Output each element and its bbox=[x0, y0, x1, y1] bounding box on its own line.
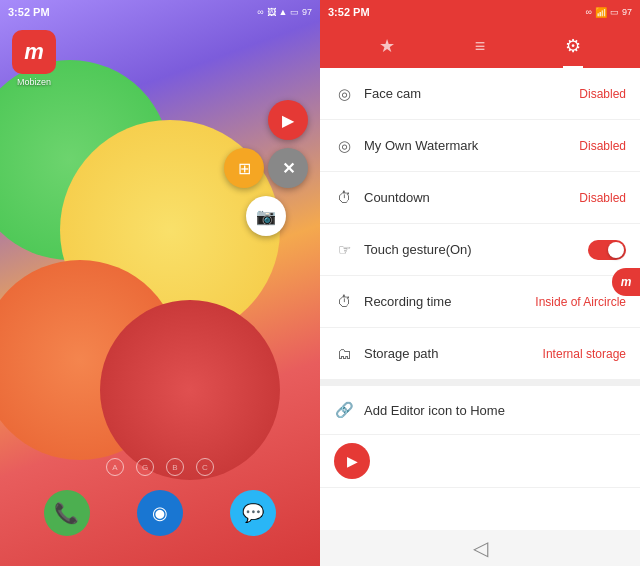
storage-path-value: Internal storage bbox=[543, 347, 626, 361]
recording-time-icon: ⏱ bbox=[334, 292, 354, 312]
wifi-icon-left: ▲ bbox=[279, 7, 288, 17]
add-editor-label: Add Editor icon to Home bbox=[364, 403, 505, 418]
face-cam-icon: ◎ bbox=[334, 84, 354, 104]
dock-phone-button[interactable]: 📞 bbox=[44, 490, 90, 536]
tab-settings[interactable]: ⚙ bbox=[555, 28, 591, 64]
record-icon: ▶ bbox=[282, 111, 294, 130]
settings-item-touch-gesture[interactable]: ☞ Touch gesture(On) bbox=[320, 224, 640, 276]
dock-chat-button[interactable]: 💬 bbox=[230, 490, 276, 536]
infinity-icon-right: ∞ bbox=[586, 7, 592, 17]
tab-favorites[interactable]: ★ bbox=[369, 28, 405, 64]
battery-icon-left: ▭ 97 bbox=[290, 7, 312, 17]
status-icons-right: ∞ 📶 ▭ 97 bbox=[586, 7, 632, 18]
touch-gesture-label: Touch gesture(On) bbox=[364, 242, 472, 257]
fab-record-button[interactable]: ▶ bbox=[268, 100, 308, 140]
countdown-icon: ⏱ bbox=[334, 188, 354, 208]
storage-path-label: Storage path bbox=[364, 346, 438, 361]
fab-camera-button[interactable]: 📷 bbox=[246, 196, 286, 236]
gear-icon: ⚙ bbox=[565, 35, 581, 57]
phone-icon: 📞 bbox=[54, 501, 79, 525]
battery-level: 97 bbox=[622, 7, 632, 17]
dot-b: B bbox=[166, 458, 184, 476]
settings-item-recording-time[interactable]: ⏱ Recording time Inside of Aircircle bbox=[320, 276, 640, 328]
status-time-right: 3:52 PM bbox=[328, 6, 370, 18]
watermark-label: My Own Watermark bbox=[364, 138, 478, 153]
countdown-value: Disabled bbox=[579, 191, 626, 205]
deco-circle-red bbox=[100, 300, 280, 480]
mobizen-badge: m bbox=[612, 268, 640, 296]
page-dots: A G B C bbox=[106, 458, 214, 476]
status-icons-left: ∞ 🖼 ▲ ▭ 97 bbox=[257, 7, 312, 17]
nav-icon: ◉ bbox=[152, 502, 168, 524]
settings-item-countdown[interactable]: ⏱ Countdown Disabled bbox=[320, 172, 640, 224]
partial-item-icon: ▶ bbox=[334, 443, 370, 479]
fab-close-button[interactable]: ✕ bbox=[268, 148, 308, 188]
windows-icon: ⊞ bbox=[238, 159, 251, 178]
settings-item-storage-path[interactable]: 🗂 Storage path Internal storage bbox=[320, 328, 640, 380]
settings-list: ◎ Face cam Disabled ◎ My Own Watermark D… bbox=[320, 68, 640, 530]
touch-gesture-toggle[interactable] bbox=[588, 240, 626, 260]
dot-c: C bbox=[196, 458, 214, 476]
recording-time-value: Inside of Aircircle bbox=[535, 295, 626, 309]
image-icon: 🖼 bbox=[267, 7, 276, 17]
watermark-icon: ◎ bbox=[334, 136, 354, 156]
watermark-value: Disabled bbox=[579, 139, 626, 153]
settings-item-face-cam[interactable]: ◎ Face cam Disabled bbox=[320, 68, 640, 120]
back-button[interactable]: ◁ bbox=[473, 536, 488, 560]
chat-icon: 💬 bbox=[242, 502, 264, 524]
touch-gesture-icon: ☞ bbox=[334, 240, 354, 260]
infinity-icon: ∞ bbox=[257, 7, 263, 17]
battery-icon-right: ▭ bbox=[610, 7, 619, 17]
star-icon: ★ bbox=[379, 35, 395, 57]
add-editor-icon: 🔗 bbox=[334, 400, 354, 420]
tab-list[interactable]: ≡ bbox=[462, 28, 498, 64]
face-cam-value: Disabled bbox=[579, 87, 626, 101]
countdown-label: Countdown bbox=[364, 190, 430, 205]
right-panel: 3:52 PM ∞ 📶 ▭ 97 ★ ≡ ⚙ ◎ Face cam Disabl… bbox=[320, 0, 640, 566]
mobizen-label: Mobizen bbox=[17, 77, 51, 87]
dock-nav-button[interactable]: ◉ bbox=[137, 490, 183, 536]
mobizen-logo: m bbox=[12, 30, 56, 74]
close-icon: ✕ bbox=[282, 159, 295, 178]
left-panel: 3:52 PM ∞ 🖼 ▲ ▭ 97 m Mobizen ▶ ⊞ ✕ 📷 A G… bbox=[0, 0, 320, 566]
dot-a: A bbox=[106, 458, 124, 476]
settings-item-partial: ▶ bbox=[320, 435, 640, 488]
status-bar-left: 3:52 PM ∞ 🖼 ▲ ▭ 97 bbox=[0, 0, 320, 24]
list-icon: ≡ bbox=[475, 36, 486, 57]
tab-bar: ★ ≡ ⚙ bbox=[320, 24, 640, 68]
dot-g: G bbox=[136, 458, 154, 476]
settings-item-add-editor[interactable]: 🔗 Add Editor icon to Home bbox=[320, 386, 640, 435]
bottom-dock: 📞 ◉ 💬 bbox=[0, 490, 320, 536]
nav-bar-left bbox=[0, 536, 320, 560]
status-time-left: 3:52 PM bbox=[8, 6, 50, 18]
fab-windows-button[interactable]: ⊞ bbox=[224, 148, 264, 188]
wifi-icon-right: 📶 bbox=[595, 7, 607, 18]
status-bar-right: 3:52 PM ∞ 📶 ▭ 97 bbox=[320, 0, 640, 24]
settings-item-watermark[interactable]: ◎ My Own Watermark Disabled m bbox=[320, 120, 640, 172]
storage-path-icon: 🗂 bbox=[334, 344, 354, 364]
mobizen-app-icon[interactable]: m Mobizen bbox=[12, 30, 56, 87]
camera-icon: 📷 bbox=[256, 207, 276, 226]
recording-time-label: Recording time bbox=[364, 294, 451, 309]
face-cam-label: Face cam bbox=[364, 86, 421, 101]
nav-bar-right: ◁ bbox=[320, 530, 640, 566]
